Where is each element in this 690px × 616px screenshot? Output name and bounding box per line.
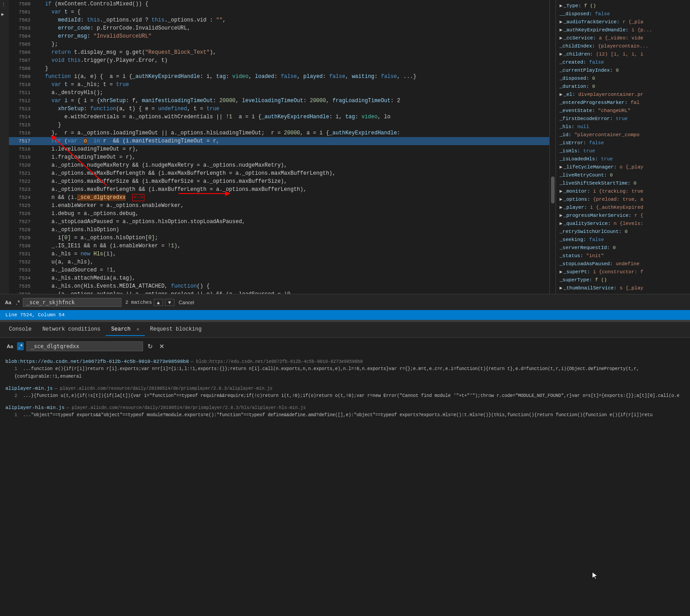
result-filepath-3: — player.alicdn.com/resource/daily/20190…	[66, 405, 306, 410]
gutter-icon-2[interactable]: ▶	[1, 12, 8, 18]
prop-superType[interactable]: _superType: f ()	[556, 276, 690, 284]
prop-status[interactable]: _status: "init"	[556, 252, 690, 260]
find-prev-btn[interactable]: ▲	[154, 299, 163, 306]
prop-Type[interactable]: ▶_Type: f ()	[556, 2, 690, 10]
find-cancel-btn[interactable]: Cancel	[176, 299, 197, 306]
result-file-2: aliplayer-min.js — player.alicdn.com/res…	[5, 384, 685, 402]
line-column-status: Line 7524, Column 54	[4, 312, 66, 318]
search-clear-btn[interactable]: ✕	[157, 342, 166, 351]
vertical-scrollbar[interactable]	[549, 0, 555, 294]
code-line-7532: u(a, a._hls),	[35, 258, 549, 266]
prop-disposed2[interactable]: _disposed: 0	[556, 74, 690, 82]
gutter-icon-1[interactable]: ⋮	[1, 2, 8, 8]
prop-monitor[interactable]: ▶_monitor: i {trackLog: true	[556, 187, 690, 195]
tabs-bar: Console Network conditions Search ✕ Requ…	[0, 322, 690, 338]
prop-id[interactable]: _id: "playercontainer_compo	[556, 131, 690, 139]
prop-duration[interactable]: _duration: 0	[556, 82, 690, 90]
search-match-case-btn[interactable]: Aa	[5, 343, 14, 349]
tab-search[interactable]: Search ✕	[106, 323, 144, 336]
tab-console[interactable]: Console	[4, 323, 37, 336]
prop-currentPlayIndex[interactable]: _currentPlayIndex: 0	[556, 66, 690, 74]
line-numbers: 7500 7501 7502 7503 7504 7505 7506 7507 …	[9, 0, 35, 294]
scrollbar-thumb-vertical[interactable]	[551, 177, 555, 203]
prop-stopLoadAsPaused[interactable]: _stopLoadAsPaused: undefine	[556, 260, 690, 268]
code-line-7530: _.IS_IE11 && n && (i.enableWorker = !1),	[35, 242, 549, 250]
prop-liveShiftSeekStartTime[interactable]: _liveShiftSeekStartTime: 0	[556, 179, 690, 187]
prop-el[interactable]: ▶_el: div#playercontainer.pr	[556, 90, 690, 99]
prop-lifeCycleManager[interactable]: ▶_lifeCycleManager: o {_play	[556, 163, 690, 171]
prop-seeking[interactable]: _seeking: false	[556, 236, 690, 244]
result-item-2-1[interactable]: 2 ...}{function u(t,e){if(!s[t]){if(la[t…	[5, 391, 685, 401]
find-regex-btn[interactable]: .*	[14, 298, 21, 306]
prop-player[interactable]: ▶_player: i {_authKeyExpired	[556, 203, 690, 211]
result-filepath-2: — player.alicdn.com/resource/daily/20190…	[55, 386, 273, 391]
tab-network-conditions[interactable]: Network conditions	[37, 323, 106, 336]
prop-liveRetryCount[interactable]: _liveRetryCount: 0	[556, 171, 690, 179]
app-container: ⋮ ▶ 7500 7501 7502 7503 7504 7505 7506 7…	[0, 0, 690, 616]
code-line-7531: a._hls = new Hls(i),	[35, 250, 549, 258]
tab-search-close[interactable]: ✕	[136, 327, 139, 332]
find-match-case-btn[interactable]: Aa	[4, 299, 13, 306]
prop-authKeyExpiredHandle[interactable]: ▶_authKeyExpiredHandle: i {p...	[556, 26, 690, 34]
result-filepath-1: — blob:https://edu.csdn.net/1e0672fb-612…	[191, 359, 363, 364]
code-line-7508: }	[35, 65, 549, 73]
prop-children[interactable]: ▶_children: (12) [i, i, i, i	[556, 50, 690, 58]
code-line-7526: i.debug = a._options.debug,	[35, 210, 549, 218]
code-line-7521: a._options.maxMaxBufferLength && (i.maxM…	[35, 169, 549, 177]
prop-isError[interactable]: _isError: false	[556, 139, 690, 147]
code-line-7522: a._options.maxBufferSize && (i.maxBuffer…	[35, 177, 549, 185]
code-line-7510: var t = a._hls; t = true	[35, 81, 549, 89]
result-filename-2[interactable]: aliplayer-min.js	[5, 386, 53, 391]
prop-retrySwitchUrlCount[interactable]: _retrySwitchUrlCount: 0	[556, 228, 690, 236]
search-panel: Aa .* ↻ ✕	[0, 338, 690, 358]
right-properties-panel: ▶_Type: f () __disposed: false ▶_audioTr…	[555, 0, 690, 294]
prop-childIndex[interactable]: _childIndex: {playercontain...	[556, 42, 690, 50]
prop-enteredProgressMarker[interactable]: _enteredProgressMarker: fal	[556, 99, 690, 107]
code-line-7527: a._stopLoadAsPaused = a._options.hlsOpti…	[35, 218, 549, 226]
result-item-1-1[interactable]: 1 ...function e(){if(r[i])return r[i].ex…	[5, 364, 685, 381]
prop-ccService[interactable]: ▶_ccService: a {_video: vide	[556, 34, 690, 42]
code-line-7529: i[0] = a._options.hlsOption[0];	[35, 234, 549, 242]
code-line-7506: return t.display_msg = g.get("Request_Bl…	[35, 48, 549, 56]
result-filename-1[interactable]: blob:https://edu.csdn.net/1e0672fb-612b-…	[5, 359, 189, 364]
prop-eventState[interactable]: _eventState: "changeURL"	[556, 107, 690, 115]
code-line-7524: n && (i._sce_dlgtqredxx <->	[35, 194, 549, 202]
result-item-3-1[interactable]: 1 ..."object"==typeof exports&&"object"=…	[5, 410, 685, 420]
code-line-7533: a._loadSourced = !1,	[35, 266, 549, 274]
result-filename-3[interactable]: aliplayer-hls-min.js	[5, 405, 65, 410]
prop-qualityService[interactable]: ▶_qualityService: n {levels:	[556, 220, 690, 228]
prop-audioTrackService[interactable]: ▶_audioTrackService: r {_pla	[556, 18, 690, 26]
code-line-7517: for (var o in r && (i.manifestLoadingTim…	[35, 137, 549, 145]
prop-progressMarkerService[interactable]: ▶_progressMarkerService: r {	[556, 211, 690, 220]
search-results: blob:https://edu.csdn.net/1e0672fb-612b-…	[0, 358, 690, 616]
code-line-7519: i.fragLoadingTimeOut = r),	[35, 153, 549, 161]
prop-created[interactable]: _created: false	[556, 58, 690, 66]
code-line-7528: a._options.hlsOption)	[35, 226, 549, 234]
find-input[interactable]	[23, 298, 122, 307]
code-line-7515: }	[35, 121, 549, 129]
prop-options[interactable]: ▶_options: {preload: true, a	[556, 195, 690, 203]
status-bar: Line 7524, Column 54	[0, 310, 690, 320]
prop-thumbnailService[interactable]: ▶_thumbnailService: s {_play	[556, 284, 690, 292]
code-line-7513: xhrSetup: function(a, t) { e = undefined…	[35, 105, 549, 113]
search-input[interactable]	[26, 341, 143, 351]
prop-firstDecodeError[interactable]: _firstDecodeError: true	[556, 115, 690, 123]
prop-isHls[interactable]: _isHls: true	[556, 147, 690, 155]
search-regex-btn[interactable]: .*	[17, 342, 24, 350]
prop-disposed[interactable]: __disposed: false	[556, 10, 690, 18]
code-line-7516: }, r = a._options.loadingTimeOut || a._o…	[35, 129, 549, 137]
prop-isLoadedHls[interactable]: _isLoadedHls: true	[556, 155, 690, 163]
code-line-7511: a._destroyHls();	[35, 89, 549, 97]
search-refresh-btn[interactable]: ↻	[146, 342, 155, 351]
code-line-7507: void this.trigger(y.Player.Error, t)	[35, 56, 549, 65]
find-next-btn[interactable]: ▼	[165, 299, 174, 306]
code-content[interactable]: if (mxContent.ControlsMixed()) { var t =…	[35, 0, 549, 294]
prop-hls[interactable]: _hls: null	[556, 123, 690, 131]
tab-request-blocking[interactable]: Request blocking	[145, 323, 207, 336]
code-line-7534: a._hls.attachMedia(a.tag),	[35, 274, 549, 282]
code-line-7501: var t = {	[35, 8, 549, 16]
code-line-7509: function i(a, e) { a = i {_authKeyExpire…	[35, 73, 549, 81]
prop-superPt[interactable]: ▶_superPt: i {constructor: f	[556, 268, 690, 276]
code-line-7502: mediaId: this._options.vid ? this._optio…	[35, 16, 549, 24]
prop-serverRequestId[interactable]: _serverRequestId: 0	[556, 244, 690, 252]
